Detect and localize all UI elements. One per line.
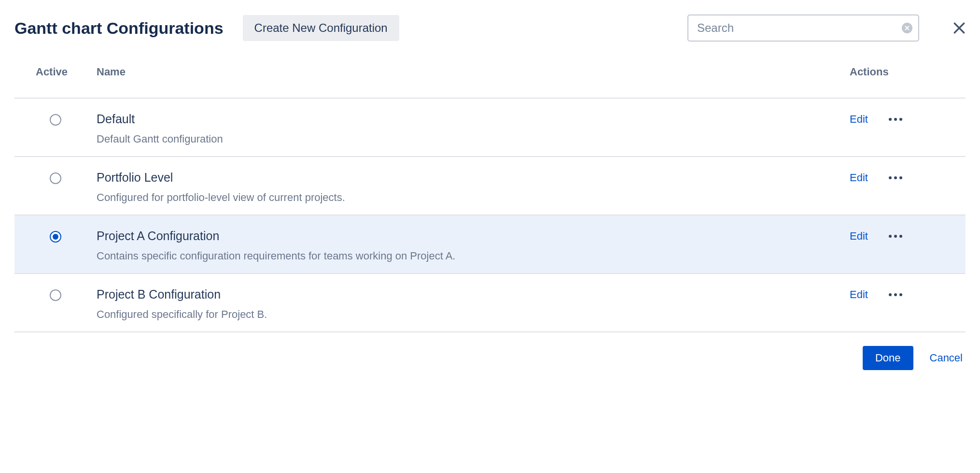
active-radio[interactable] (50, 231, 61, 243)
table-row: Project A Configuration Contains specifi… (14, 215, 966, 274)
search-input[interactable] (687, 14, 919, 42)
clear-search-icon[interactable] (902, 23, 912, 33)
svg-point-1 (889, 118, 892, 121)
done-button[interactable]: Done (863, 346, 913, 370)
active-radio[interactable] (50, 289, 61, 301)
table-row: Portfolio Level Configured for portfolio… (14, 157, 966, 215)
config-name: Project A Configuration (97, 229, 850, 243)
more-actions-icon[interactable] (888, 176, 903, 180)
svg-point-2 (894, 118, 897, 121)
config-description: Default Gantt configuration (97, 133, 850, 145)
column-header-active: Active (14, 66, 97, 78)
config-name: Project B Configuration (97, 287, 850, 301)
active-radio[interactable] (50, 172, 61, 184)
more-actions-icon[interactable] (888, 234, 903, 238)
svg-point-12 (899, 293, 902, 296)
svg-point-8 (894, 235, 897, 238)
svg-point-4 (889, 176, 892, 179)
table-row: Project B Configuration Configured speci… (14, 274, 966, 332)
edit-link[interactable]: Edit (850, 113, 868, 126)
config-name: Default (97, 112, 850, 126)
svg-point-3 (899, 118, 902, 121)
column-header-name: Name (97, 66, 850, 78)
search-wrapper (687, 14, 919, 42)
more-actions-icon[interactable] (888, 117, 903, 121)
dialog-footer: Done Cancel (14, 346, 966, 370)
table-row: Default Default Gantt configuration Edit (14, 99, 966, 157)
active-radio[interactable] (50, 114, 61, 126)
config-description: Configured specifically for Project B. (97, 308, 850, 321)
svg-point-7 (889, 235, 892, 238)
svg-point-6 (899, 176, 902, 179)
cancel-button[interactable]: Cancel (930, 352, 963, 364)
table-header: Active Name Actions (14, 66, 966, 99)
svg-point-11 (894, 293, 897, 296)
page-title: Gantt chart Configurations (14, 19, 224, 38)
svg-point-5 (894, 176, 897, 179)
config-description: Configured for portfolio-level view of c… (97, 191, 850, 204)
configurations-table: Active Name Actions Default Default Gant… (14, 66, 966, 332)
config-description: Contains specific configuration requirem… (97, 250, 850, 262)
column-header-actions: Actions (850, 66, 966, 78)
svg-point-9 (899, 235, 902, 238)
more-actions-icon[interactable] (888, 293, 903, 297)
config-name: Portfolio Level (97, 171, 850, 185)
edit-link[interactable]: Edit (850, 230, 868, 243)
close-icon[interactable] (953, 22, 966, 34)
svg-point-10 (889, 293, 892, 296)
edit-link[interactable]: Edit (850, 288, 868, 301)
create-new-configuration-button[interactable]: Create New Configuration (243, 15, 399, 41)
dialog-header: Gantt chart Configurations Create New Co… (14, 14, 966, 42)
edit-link[interactable]: Edit (850, 172, 868, 184)
